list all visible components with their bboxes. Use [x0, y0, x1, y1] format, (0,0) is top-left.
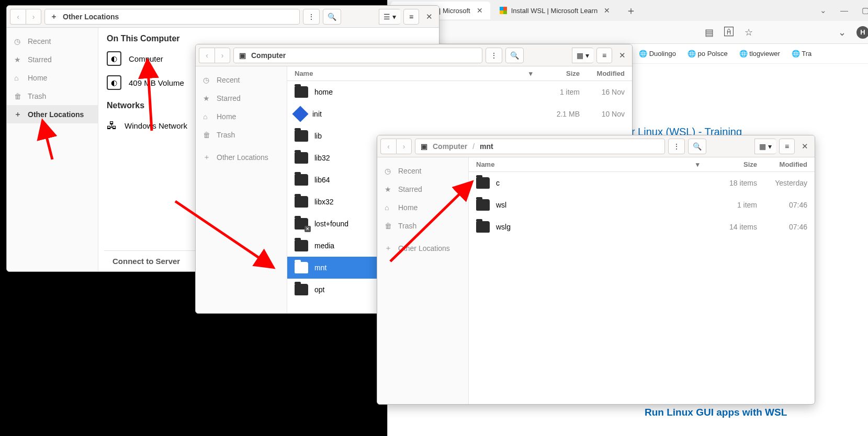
sidebar-item-home[interactable]: ⌂Home [196, 107, 287, 125]
home-icon: ⌂ [203, 112, 211, 121]
file-size: 1 item [700, 201, 757, 209]
browser-toolbar: ▤ 🄰 ☆ ⌄ H [388, 21, 868, 44]
bookmark-item[interactable]: 🌐 tlogviewer [739, 50, 780, 58]
disk-icon: ▣ [239, 51, 246, 60]
home-icon: ⌂ [385, 203, 393, 212]
file-row[interactable]: home1 item16 Nov [287, 81, 632, 103]
crumb-leaf[interactable]: mnt [480, 142, 493, 151]
trash-icon: 🗑 [203, 131, 211, 139]
sidebar-item-other-locations[interactable]: ＋Other Locations [7, 105, 98, 123]
sidebar-item-starred[interactable]: ★Starred [377, 180, 468, 198]
file-modified: 07:46 [757, 223, 815, 231]
file-size: 18 items [700, 179, 757, 187]
pocket-icon[interactable]: ⌄ [837, 27, 847, 38]
clock-icon: ◷ [385, 167, 393, 175]
tab-title: Install WSL | Microsoft Learn [511, 7, 598, 15]
search-button[interactable]: 🔍 [688, 139, 706, 154]
sidebar-item-other-locations[interactable]: ＋Other Locations [196, 148, 287, 166]
file-name: libx32 [314, 198, 334, 206]
close-button[interactable]: ✕ [798, 142, 811, 151]
sidebar-item-trash[interactable]: 🗑Trash [377, 216, 468, 235]
star-icon[interactable]: ☆ [743, 27, 754, 38]
file-size: 2.1 MB [533, 110, 580, 118]
bookmark-item[interactable]: 🌐 po Polsce [687, 50, 728, 58]
sidebar-item-starred[interactable]: ★Starred [7, 50, 98, 68]
file-name: wslg [496, 223, 511, 231]
star-icon: ★ [203, 94, 211, 102]
sidebar-item-starred[interactable]: ★Starred [196, 89, 287, 107]
folder-icon [295, 284, 308, 295]
grid-view-button[interactable]: ▦ ▾ [572, 48, 593, 63]
file-name: c [496, 179, 500, 187]
sidebar-item-recent[interactable]: ◷Recent [7, 32, 98, 50]
bookmark-item[interactable]: 🌐 Tra [792, 50, 811, 58]
file-name: lib64 [314, 176, 330, 184]
sidebar-item-recent[interactable]: ◷Recent [377, 162, 468, 180]
sidebar-item-home[interactable]: ⌂Home [377, 198, 468, 216]
path-bar[interactable]: ▣ Computer [233, 48, 482, 63]
folder-icon [295, 240, 308, 251]
clock-icon: ◷ [14, 37, 22, 45]
maximize-icon[interactable]: ▢ [862, 6, 868, 15]
minimize-icon[interactable]: — [840, 6, 848, 15]
bottom-link[interactable]: Run Linux GUI apps with WSL [645, 407, 787, 418]
hamburger-button[interactable]: ≡ [403, 9, 419, 25]
file-name: lib [314, 132, 322, 140]
menu-button[interactable]: ⋮ [303, 9, 320, 25]
sidebar-item-other-locations[interactable]: ＋Other Locations [377, 239, 468, 257]
forward-button[interactable]: › [26, 9, 41, 25]
back-button[interactable]: ‹ [199, 48, 215, 63]
new-tab-button[interactable]: ＋ [622, 4, 640, 18]
sidebar: ◷Recent ★Starred ⌂Home 🗑Trash ＋Other Loc… [196, 66, 287, 313]
hamburger-button[interactable]: ≡ [596, 48, 612, 63]
list-view-button[interactable]: ☰ ▾ [379, 9, 400, 25]
sidebar-item-trash[interactable]: 🗑Trash [196, 125, 287, 144]
close-button[interactable]: ✕ [422, 12, 436, 21]
close-button[interactable]: ✕ [615, 51, 629, 60]
menu-button[interactable]: ⋮ [668, 139, 685, 154]
folder-icon [295, 218, 308, 230]
disk-icon: ◐ [107, 75, 121, 90]
search-button[interactable]: 🔍 [505, 48, 524, 63]
folder-icon [476, 177, 490, 189]
close-icon[interactable]: ✕ [602, 5, 612, 16]
file-row[interactable]: wslg14 items07:46 [469, 216, 815, 238]
crumb-root[interactable]: Computer [433, 142, 467, 151]
translate-icon[interactable]: 🄰 [724, 27, 734, 38]
bookmark-item[interactable]: 🌐 Duolingo [639, 50, 676, 58]
hamburger-button[interactable]: ≡ [779, 139, 795, 154]
file-row[interactable]: c18 itemsYesterday [469, 172, 815, 194]
sort-desc-icon[interactable]: ▾ [696, 160, 700, 168]
browser-tab-2[interactable]: Install WSL | Microsoft Learn ✕ [494, 2, 617, 19]
close-icon[interactable]: ✕ [475, 5, 485, 16]
reader-icon[interactable]: ▤ [704, 27, 714, 38]
chevron-down-icon[interactable]: ⌄ [820, 6, 827, 15]
path-bar[interactable]: ＋ Other Locations [44, 9, 300, 25]
back-button[interactable]: ‹ [10, 9, 26, 25]
search-button[interactable]: 🔍 [323, 9, 341, 25]
forward-button[interactable]: › [215, 48, 230, 63]
sidebar-item-home[interactable]: ⌂Home [7, 68, 98, 87]
plus-icon: ＋ [14, 110, 22, 119]
file-row[interactable]: init2.1 MB10 Nov [287, 103, 632, 125]
file-list: Name▾ Size Modified c18 itemsYesterdayws… [469, 157, 815, 404]
column-headers: Name▾ Size Modified [287, 66, 632, 81]
sidebar: ◷Recent ★Starred ⌂Home 🗑Trash ＋Other Loc… [377, 157, 469, 404]
grid-view-button[interactable]: ▦ ▾ [754, 139, 776, 154]
forward-button[interactable]: › [396, 139, 412, 154]
file-row[interactable]: wsl1 item07:46 [469, 194, 815, 216]
back-button[interactable]: ‹ [380, 139, 396, 154]
file-name: lib32 [314, 154, 330, 162]
sidebar-item-trash[interactable]: 🗑Trash [7, 87, 98, 105]
sidebar-item-recent[interactable]: ◷Recent [196, 71, 287, 89]
file-name: opt [314, 285, 324, 294]
avatar[interactable]: H [856, 26, 868, 39]
file-modified: 10 Nov [580, 110, 632, 118]
menu-button[interactable]: ⋮ [486, 48, 502, 63]
sort-desc-icon[interactable]: ▾ [529, 70, 533, 77]
file-name: wsl [496, 201, 506, 209]
plus-icon: ＋ [203, 153, 211, 162]
path-label: Computer [251, 51, 286, 60]
star-icon: ★ [385, 185, 393, 193]
titlebar: ‹ › ▣ Computer ⋮ 🔍 ▦ ▾ ≡ ✕ [196, 44, 632, 66]
